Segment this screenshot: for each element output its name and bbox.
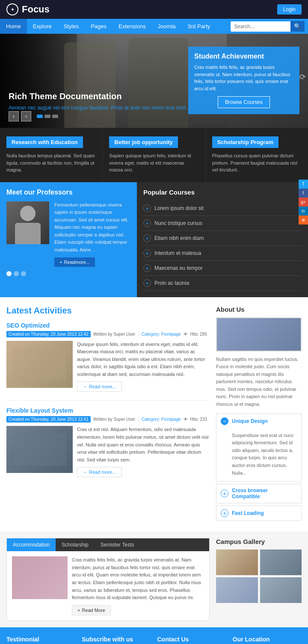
article-1-date: Created on Thursday, 20 June 2013 12:42	[6, 331, 91, 337]
tab-body: Cras mattis felis felis, ac gravida turp…	[12, 556, 204, 615]
plus-tab-icon: +	[77, 608, 80, 613]
box-research-title: Research with Education	[6, 136, 83, 148]
accordion-unique-header[interactable]: − Unique Design	[216, 414, 301, 428]
tab-accommodation[interactable]: Accommodation	[7, 538, 56, 551]
nav-home[interactable]: Home	[0, 19, 27, 34]
linkedin-button[interactable]: in	[299, 207, 308, 216]
scroll-indicator: ⟳	[299, 72, 306, 82]
arrow-icon-2: →	[83, 470, 87, 475]
hero-dot-2	[44, 115, 50, 118]
search-button[interactable]: 🔍	[290, 21, 305, 32]
search-input[interactable]	[231, 21, 290, 32]
professor-info: Fermentum pellentesque viverra sapien in…	[54, 201, 130, 267]
accordion-fast-loading: + Fast Loading	[216, 505, 302, 521]
nav-joomla[interactable]: Joomla	[152, 19, 182, 34]
article-1-image	[6, 341, 73, 388]
about-image	[216, 317, 302, 352]
gallery-img-4	[260, 577, 302, 603]
hero-prev-button[interactable]: ‹	[9, 111, 19, 121]
accordion-cross-browser: + Cross browser Compatible	[216, 484, 302, 503]
nav-bar: Home Explore Styles Pages Extensions Joo…	[0, 19, 308, 34]
eye-icon-2: 👁	[184, 417, 188, 422]
tabs-gallery-section: Accommodation Scholarship Semister Tests…	[0, 532, 308, 627]
hero-achievement-box: Student Achievement Cras mattis felis fe…	[188, 47, 299, 114]
accordion-cross-header[interactable]: + Cross browser Compatible	[216, 484, 301, 503]
tab-scholarship[interactable]: Scholarship	[56, 538, 95, 551]
box-research: Research with Education Nulla faucibus t…	[0, 128, 103, 182]
hero-box-title: Student Achievement	[194, 53, 293, 60]
accordion-unique-design: − Unique Design Suspendisse sed erat ut …	[216, 414, 302, 482]
course-label-4: Interdum et malesua	[154, 250, 201, 256]
article-2-body: Cras ut est nisl. Aliquam fermentum, odi…	[6, 426, 210, 477]
subscribe-title: Subscribe with us	[82, 636, 151, 643]
professor-text: Fermentum pellentesque viverra sapien in…	[54, 201, 130, 254]
course-item-2[interactable]: + Nunc tristique cursus	[143, 216, 302, 231]
accordion-fast-header[interactable]: + Fast Loading	[216, 506, 301, 520]
nav-styles[interactable]: Styles	[58, 19, 85, 34]
nav-3rdparty[interactable]: 3rd Party	[182, 19, 216, 34]
hero-dots	[37, 115, 58, 118]
professor-readmore-button[interactable]: + Readmore...	[54, 257, 95, 267]
facebook-button[interactable]: f	[299, 189, 308, 198]
course-label-3: Etiam nibh enim diam	[154, 235, 204, 241]
tab-readmore-button[interactable]: + Read More	[72, 605, 111, 615]
login-button[interactable]: Login	[277, 4, 302, 15]
course-label-5: Maecenas eu tempor	[154, 265, 203, 271]
article-2-category: Category: Frontpage	[142, 417, 181, 422]
course-plus-icon-5: +	[143, 264, 151, 272]
twitter-button[interactable]: T	[299, 180, 308, 189]
popular-courses-title: Popular Courses	[143, 189, 302, 196]
rss-button[interactable]: ⊕	[299, 216, 308, 225]
subscribe-column: Subscribe with us Get updates directly t…	[82, 636, 151, 644]
hero-controls: ‹ ›	[9, 111, 58, 121]
article-1-author: Written by Super User	[93, 332, 135, 337]
googleplus-button[interactable]: g+	[299, 198, 308, 207]
article-1-readmore-button[interactable]: → Read more...	[77, 381, 122, 392]
plus-icon: +	[59, 260, 62, 265]
article-2: Flexible Layout System Created on Thursd…	[6, 407, 210, 477]
article-2-readmore-button[interactable]: → Read more...	[77, 467, 122, 477]
article-2-title: Flexible Layout System	[6, 407, 210, 414]
article-2-content: Cras ut est nisl. Aliquam fermentum, odi…	[77, 426, 210, 477]
box-job-text: Sapien quisque ipsum felis, interdum id …	[109, 152, 198, 174]
article-divider	[6, 400, 210, 401]
accordion-unique-body: Suspendisse sed erat ut nunc adipiscing …	[216, 428, 301, 482]
latest-left-column: Latest Activities SEO Optimized Created …	[6, 306, 210, 523]
pipe-1: |	[138, 332, 139, 337]
hero-next-button[interactable]: ›	[21, 111, 31, 121]
course-plus-icon-4: +	[143, 249, 151, 257]
nav-pages[interactable]: Pages	[85, 19, 113, 34]
pipe-2: |	[138, 417, 139, 422]
professor-silhouette	[15, 201, 41, 244]
contact-title: Contact Us	[157, 636, 226, 643]
article-1-photo	[6, 341, 73, 388]
course-item-4[interactable]: + Interdum et malesua	[143, 246, 302, 261]
silhouette-head	[20, 206, 36, 221]
accordion-plus-icon-2: +	[221, 509, 228, 517]
article-1-body: Quisque ipsum felis, interdum id viverra…	[6, 341, 210, 392]
tab-content-area: Cras mattis felis felis, ac gravida turp…	[7, 551, 209, 620]
course-item-5[interactable]: + Maecenas eu tempor	[143, 261, 302, 276]
accordion-unique-label: Unique Design	[232, 418, 268, 424]
tab-semister[interactable]: Semister Tests	[95, 538, 140, 551]
nav-extensions[interactable]: Extensions	[113, 19, 152, 34]
prof-dot-2	[14, 271, 19, 276]
tabs-panel: Accommodation Scholarship Semister Tests…	[6, 538, 210, 621]
accordion-plus-icon-1: +	[221, 490, 228, 497]
arrow-icon-1: →	[83, 384, 87, 389]
course-item-3[interactable]: + Etiam nibh enim diam	[143, 231, 302, 246]
course-item-1[interactable]: + Lorem ipsum dolor sit	[143, 201, 302, 216]
hero-subtitle: Aenean nec augue vel orci congue faucibu…	[9, 105, 190, 111]
testimonial-title: Testimonial	[6, 636, 75, 643]
course-item-6[interactable]: + Proin ac lacinia	[143, 276, 302, 291]
box-scholarship: Scholarship Program Phasellus cursus qua…	[206, 128, 308, 182]
article-1-meta: Created on Thursday, 20 June 2013 12:42 …	[6, 331, 210, 337]
hero-dot-3	[52, 115, 58, 118]
browse-courses-button[interactable]: Browse Courses	[218, 96, 270, 108]
silhouette-body	[15, 223, 41, 244]
nav-explore[interactable]: Explore	[27, 19, 58, 34]
location-title: Our Location	[233, 636, 302, 643]
readmore-label: Readmore...	[64, 260, 90, 265]
tab-headers: Accommodation Scholarship Semister Tests	[7, 538, 209, 551]
course-plus-icon-3: +	[143, 234, 151, 242]
